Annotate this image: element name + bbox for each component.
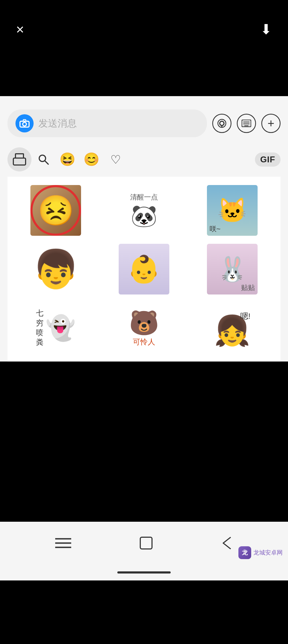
voice-icon	[217, 119, 227, 128]
sticker-item-3[interactable]: 🐱 咲~	[188, 181, 276, 240]
laugh-emoji: 😆	[59, 152, 75, 167]
sticker-item-6[interactable]: 🐰 贴贴	[188, 240, 276, 299]
back-button[interactable]	[221, 536, 233, 550]
menu-icon	[55, 537, 71, 549]
sticker-item-1[interactable]: 😣	[12, 181, 100, 240]
cat-text: 咲~	[210, 224, 221, 234]
message-bar: 发送消息 +	[7, 104, 281, 145]
gesture-line	[117, 571, 171, 574]
keyboard-icon	[242, 120, 251, 127]
close-button[interactable]: ×	[16, 21, 24, 37]
red-circle-decoration	[30, 185, 81, 236]
plus-icon: +	[267, 117, 274, 130]
middle-black-area	[0, 362, 288, 522]
bear-sticker: 🐻 可怜人	[129, 309, 159, 347]
plush-emoji: 🐰	[217, 255, 247, 283]
message-input-wrap[interactable]: 发送消息	[7, 109, 207, 137]
svg-point-1	[23, 122, 26, 126]
watermark-text: 龙城安卓网	[253, 549, 283, 557]
gif-button[interactable]: GIF	[255, 152, 281, 167]
bear-subtext: 可怜人	[133, 337, 155, 347]
gesture-bar	[0, 564, 288, 580]
keyboard-button[interactable]	[237, 114, 256, 133]
ghost-emoji: 👻	[46, 314, 75, 342]
laugh-emoji-button[interactable]: 😆	[55, 147, 79, 171]
main-content: 发送消息 +	[0, 96, 288, 362]
bear-emoji: 🐻	[129, 309, 159, 337]
watermark-icon: 龙	[238, 546, 251, 559]
ghost-text: 七穷喷粪	[36, 308, 43, 347]
menu-button[interactable]	[55, 537, 71, 549]
sticker-item-4[interactable]: 👦	[12, 240, 100, 299]
camera-icon	[19, 119, 30, 128]
smile-emoji-button[interactable]: 😊	[79, 147, 103, 171]
smile-emoji: 😊	[83, 152, 99, 167]
svg-line-12	[45, 161, 48, 164]
svg-point-2	[220, 121, 224, 125]
kid-cartoon-emoji: 👦	[33, 247, 79, 291]
girl-sticker: 嗯! 👧	[214, 308, 250, 348]
sticker-grid: 😣 清醒一点 🐼 🐱 咲~ 👦 👶 🐰	[7, 177, 281, 362]
sticker-item-8[interactable]: 🐻 可怜人	[100, 299, 188, 357]
tray-icon	[13, 153, 26, 166]
sticker-item-2[interactable]: 清醒一点 🐼	[100, 181, 188, 240]
sticker-item-5[interactable]: 👶	[100, 240, 188, 299]
bottom-navigation: 龙 龙城安卓网	[0, 522, 288, 564]
home-icon	[139, 536, 153, 550]
camera-button[interactable]	[15, 114, 34, 132]
plush-text: 贴贴	[241, 283, 255, 292]
heart-button[interactable]: ♡	[103, 147, 127, 171]
panda-emoji: 🐼	[131, 203, 157, 229]
baby-emoji: 👶	[127, 253, 161, 285]
voice-button[interactable]	[212, 114, 231, 133]
home-button[interactable]	[139, 536, 153, 550]
download-button[interactable]: ⬇	[260, 21, 272, 37]
svg-rect-16	[140, 537, 152, 549]
back-icon	[221, 536, 233, 550]
cat-emoji: 🐱	[217, 197, 247, 225]
heart-icon: ♡	[110, 153, 121, 166]
top-area: × ⬇	[0, 0, 288, 96]
search-icon	[38, 154, 49, 165]
sticker-tray-button[interactable]	[7, 147, 31, 171]
message-placeholder: 发送消息	[38, 117, 199, 130]
girl-exclaim-text: 嗯!	[240, 311, 250, 322]
ghost-sticker: 七穷喷粪 👻	[36, 308, 75, 347]
sticker-item-7[interactable]: 七穷喷粪 👻	[12, 299, 100, 357]
plus-button[interactable]: +	[261, 114, 281, 133]
panda-sticker: 清醒一点 🐼	[130, 193, 158, 229]
panda-text: 清醒一点	[130, 193, 158, 202]
sticker-search-button[interactable]	[31, 147, 55, 171]
sticker-item-9[interactable]: 嗯! 👧	[188, 299, 276, 357]
sticker-toolbar: 😆 😊 ♡ GIF	[7, 145, 281, 177]
watermark: 龙 龙城安卓网	[238, 546, 283, 559]
